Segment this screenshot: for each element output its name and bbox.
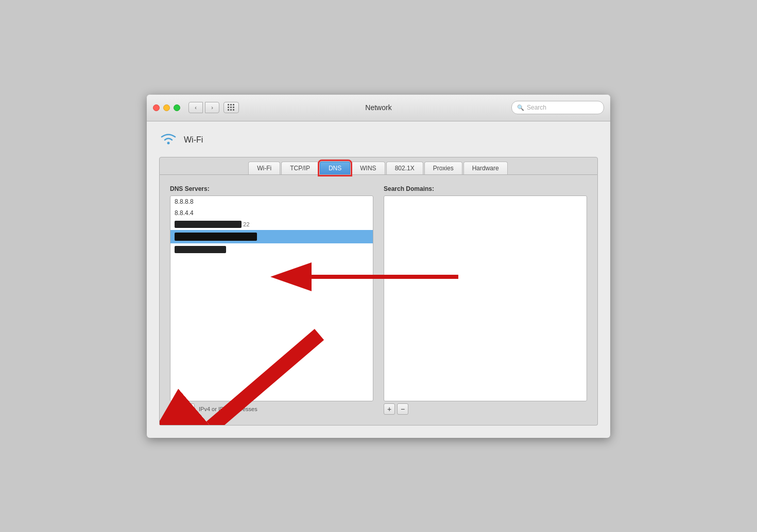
dns-hint-label: IPv4 or IPv6 addresses	[199, 406, 257, 412]
network-window: ‹ › Network 🔍 Search	[147, 95, 610, 438]
content-area: Wi-Fi Wi-Fi TCP/IP DNS WINS 802.1X Proxi…	[147, 121, 610, 438]
grid-icon	[228, 104, 235, 111]
tab-hardware[interactable]: Hardware	[463, 162, 508, 174]
wifi-title: Wi-Fi	[184, 135, 203, 145]
redacted-entry-selected	[175, 233, 257, 241]
tab-8021x[interactable]: 802.1X	[386, 162, 423, 174]
nav-buttons: ‹ ›	[188, 102, 219, 113]
dns-servers-controls: + − IPv4 or IPv6 addresses	[170, 403, 373, 415]
back-icon: ‹	[195, 104, 197, 111]
forward-button[interactable]: ›	[205, 102, 219, 113]
list-item: 8.8.8.8	[170, 196, 373, 207]
grid-button[interactable]	[223, 102, 239, 113]
two-columns: DNS Servers: 8.8.8.8 8.8.4.4 22	[170, 185, 587, 415]
dns-servers-label: DNS Servers:	[170, 185, 373, 192]
window-title: Network	[365, 103, 391, 112]
dns-servers-column: DNS Servers: 8.8.8.8 8.8.4.4 22	[170, 185, 373, 415]
search-domains-list[interactable]	[384, 196, 587, 401]
tab-tcpip[interactable]: TCP/IP	[281, 162, 319, 174]
maximize-button[interactable]	[174, 104, 180, 111]
tab-proxies[interactable]: Proxies	[424, 162, 462, 174]
tab-wins[interactable]: WINS	[351, 162, 385, 174]
titlebar: ‹ › Network 🔍 Search	[147, 95, 610, 121]
redacted-entry2	[175, 246, 226, 253]
redacted-entry	[175, 221, 242, 228]
dns-remove-button[interactable]: −	[183, 403, 195, 415]
svg-point-0	[167, 141, 170, 144]
search-domains-label: Search Domains:	[384, 185, 587, 192]
wifi-header: Wi-Fi	[159, 132, 598, 149]
close-button[interactable]	[153, 104, 160, 111]
search-placeholder: Search	[527, 104, 546, 111]
search-domains-controls: + −	[384, 403, 587, 415]
search-domains-column: Search Domains: + −	[384, 185, 587, 415]
list-item-selected[interactable]	[170, 230, 373, 243]
search-box[interactable]: 🔍 Search	[511, 101, 604, 114]
forward-icon: ›	[211, 104, 213, 111]
dns-servers-list[interactable]: 8.8.8.8 8.8.4.4 22	[170, 196, 373, 401]
tab-dns[interactable]: DNS	[320, 162, 350, 174]
search-icon: 🔍	[517, 104, 524, 111]
list-item: 22	[170, 219, 373, 230]
dns-panel: DNS Servers: 8.8.8.8 8.8.4.4 22	[159, 175, 598, 425]
domains-add-button[interactable]: +	[384, 403, 395, 415]
domains-remove-button[interactable]: −	[397, 403, 408, 415]
tab-wifi[interactable]: Wi-Fi	[248, 162, 280, 174]
dns-add-button[interactable]: +	[170, 403, 181, 415]
list-item	[170, 243, 373, 255]
list-item: 8.8.4.4	[170, 207, 373, 219]
tabs-bar: Wi-Fi TCP/IP DNS WINS 802.1X Proxies Har…	[159, 157, 598, 175]
wifi-icon	[159, 132, 178, 149]
back-button[interactable]: ‹	[188, 102, 203, 113]
minimize-button[interactable]	[163, 104, 170, 111]
traffic-lights	[153, 104, 180, 111]
